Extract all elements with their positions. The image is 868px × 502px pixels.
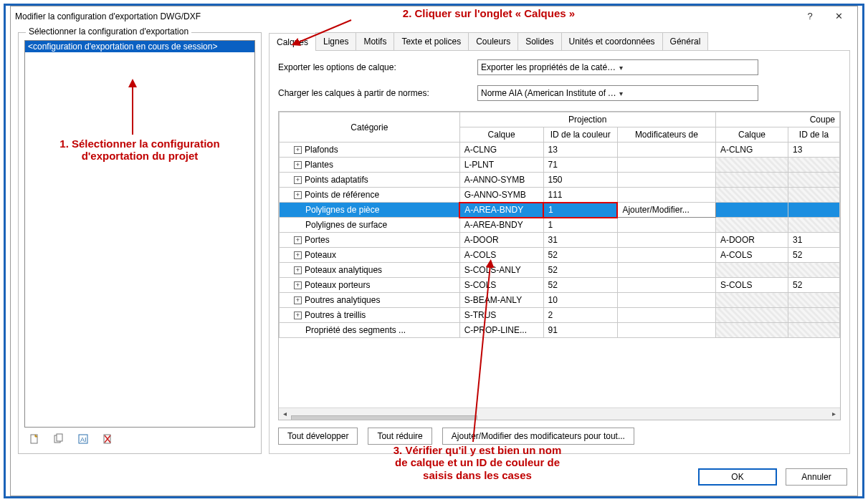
calque2-cell[interactable] [715,263,788,278]
close-button[interactable]: ✕ [824,8,853,25]
duplicate-config-icon[interactable] [52,432,66,446]
expand-icon[interactable]: + [294,146,302,154]
table-row[interactable]: +Poutres analytiquesS-BEAM-ANLY10 [280,293,840,308]
calque-cell[interactable]: A-COLS [459,248,543,263]
calque2-cell[interactable] [715,308,788,323]
calque2-cell[interactable] [715,188,788,203]
th-calque2[interactable]: Calque [715,127,788,143]
table-row[interactable]: +Points adaptatifsA-ANNO-SYMB150 [280,173,840,188]
calque-cell[interactable]: S-COLS [459,278,543,293]
modificateur-cell[interactable] [617,263,715,278]
tab-calques[interactable]: Calques [269,33,316,51]
expand-icon[interactable]: + [294,236,302,244]
modificateur-cell[interactable] [617,188,715,203]
calque-cell[interactable]: G-ANNO-SYMB [459,188,543,203]
idcouleur-cell[interactable]: 52 [543,248,617,263]
modificateur-cell[interactable] [617,173,715,188]
modificateur-cell[interactable]: Ajouter/Modifier... [617,203,715,218]
id2-cell[interactable] [788,173,840,188]
id2-cell[interactable]: 52 [788,278,840,293]
table-row[interactable]: +Poutres à treillisS-TRUS2 [280,308,840,323]
calque2-cell[interactable] [715,218,788,233]
calque2-cell[interactable] [715,323,788,338]
idcouleur-cell[interactable]: 31 [543,233,617,248]
tab-lignes[interactable]: Lignes [315,32,356,50]
layers-table-scroll[interactable]: Catégorie Projection Coupe Calque ID de … [279,112,840,407]
expand-icon[interactable]: + [294,296,302,304]
modificateur-cell[interactable] [617,323,715,338]
expand-icon[interactable]: + [294,281,302,289]
rename-config-icon[interactable]: AI [76,432,90,446]
calque-cell[interactable]: L-PLNT [459,158,543,173]
table-row[interactable]: +Poteaux porteursS-COLS52S-COLS52 [280,278,840,293]
calque2-cell[interactable] [715,158,788,173]
table-row[interactable]: Polylignes de surfaceA-AREA-BNDY1 [280,218,840,233]
id2-cell[interactable]: 13 [788,143,840,158]
modificateur-cell[interactable] [617,158,715,173]
ok-button[interactable]: OK [698,468,777,486]
expand-icon[interactable]: + [294,312,302,319]
id2-cell[interactable] [788,218,840,233]
id2-cell[interactable] [788,203,840,218]
id2-cell[interactable] [788,308,840,323]
table-row[interactable]: Polylignes de pièceA-AREA-BNDY1Ajouter/M… [280,203,840,218]
modificateur-cell[interactable] [617,278,715,293]
tab-solides[interactable]: Solides [518,32,561,50]
scroll-right-icon[interactable]: ▸ [828,408,840,420]
load-norms-combo[interactable]: Norme AIA (American Institute of Archite… [477,85,758,101]
idcouleur-cell[interactable]: 150 [543,173,617,188]
config-list-item[interactable]: <configuration d'exportation en cours de… [25,41,254,52]
scroll-left-icon[interactable]: ◂ [279,408,291,420]
calque-cell[interactable]: S-COLS-ANLY [459,263,543,278]
config-listbox[interactable]: <configuration d'exportation en cours de… [24,40,255,428]
calque-cell[interactable]: A-DOOR [459,233,543,248]
th-coupe[interactable]: Coupe [715,112,839,127]
calque-cell[interactable]: C-PROP-LINE... [459,323,543,338]
id2-cell[interactable] [788,263,840,278]
id2-cell[interactable]: 31 [788,233,840,248]
expand-icon[interactable]: + [294,191,302,199]
delete-config-icon[interactable] [100,432,115,446]
modificateur-cell[interactable] [617,218,715,233]
expand-icon[interactable]: + [294,176,302,184]
idcouleur-cell[interactable]: 1 [543,203,617,218]
calque-cell[interactable]: S-BEAM-ANLY [459,293,543,308]
horizontal-scrollbar[interactable]: ◂ ▸ [279,407,840,420]
idcouleur-cell[interactable]: 13 [543,143,617,158]
table-row[interactable]: +PortesA-DOOR31A-DOOR31 [280,233,840,248]
idcouleur-cell[interactable]: 1 [543,218,617,233]
table-row[interactable]: +Points de référenceG-ANNO-SYMB111 [280,188,840,203]
id2-cell[interactable] [788,188,840,203]
add-modify-all-button[interactable]: Ajouter/Modifier des modificateurs pour … [442,428,634,445]
calque2-cell[interactable] [715,173,788,188]
modificateur-cell[interactable] [617,143,715,158]
th-idcouleur1[interactable]: ID de la couleur [543,127,617,143]
id2-cell[interactable] [788,158,840,173]
tab-texte-et-polices[interactable]: Texte et polices [394,32,469,50]
modificateur-cell[interactable] [617,308,715,323]
calque-cell[interactable]: S-TRUS [459,308,543,323]
help-button[interactable]: ? [796,8,824,25]
idcouleur-cell[interactable]: 91 [543,323,617,338]
idcouleur-cell[interactable]: 2 [543,308,617,323]
idcouleur-cell[interactable]: 71 [543,158,617,173]
expand-icon[interactable]: + [294,161,302,169]
idcouleur-cell[interactable]: 10 [543,293,617,308]
calque2-cell[interactable]: A-CLNG [715,143,788,158]
new-config-icon[interactable] [27,432,42,446]
calque2-cell[interactable]: A-DOOR [715,233,788,248]
calque-cell[interactable]: A-ANNO-SYMB [459,173,543,188]
expand-all-button[interactable]: Tout développer [278,428,358,445]
table-row[interactable]: +PoteauxA-COLS52A-COLS52 [280,248,840,263]
calque2-cell[interactable] [715,293,788,308]
export-options-combo[interactable]: Exporter les propriétés de la catégorie … [477,59,758,75]
idcouleur-cell[interactable]: 52 [543,278,617,293]
id2-cell[interactable] [788,323,840,338]
calque-cell[interactable]: A-AREA-BNDY [459,203,543,218]
expand-icon[interactable]: + [294,266,302,274]
modificateur-cell[interactable] [617,293,715,308]
calque-cell[interactable]: A-CLNG [459,143,543,158]
tab-motifs[interactable]: Motifs [356,32,394,50]
expand-icon[interactable]: + [294,251,302,259]
tab-g-n-ral[interactable]: Général [662,32,709,50]
